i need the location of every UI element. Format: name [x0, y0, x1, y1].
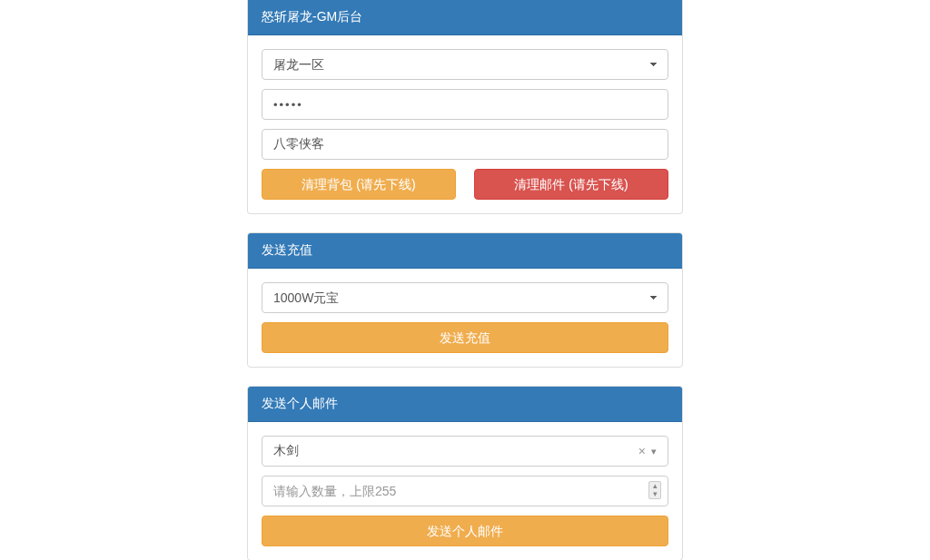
send-personal-mail-button[interactable]: 发送个人邮件 — [262, 516, 668, 546]
quantity-input[interactable] — [262, 476, 668, 506]
clear-bag-button[interactable]: 清理背包 (请先下线) — [262, 169, 456, 200]
chevron-down-icon: ▾ — [651, 446, 657, 457]
panel-personal-mail-body: 木剑 × ▾ ▴▾ 发送个人邮件 — [248, 422, 682, 560]
panel-gm-body: 屠龙一区 清理背包 (请先下线) 清理邮件 (请先下线) — [248, 35, 682, 213]
send-recharge-button[interactable]: 发送充值 — [262, 322, 668, 353]
item-select[interactable]: 木剑 × ▾ — [262, 436, 668, 467]
page-scroll[interactable]: 怒斩屠龙-GM后台 屠龙一区 清理背包 (请先下线) 清理邮件 (请先下线) 发… — [0, 0, 930, 560]
panel-personal-mail-title: 发送个人邮件 — [248, 387, 682, 422]
panel-gm: 怒斩屠龙-GM后台 屠龙一区 清理背包 (请先下线) 清理邮件 (请先下线) — [247, 0, 683, 214]
item-select-value: 木剑 — [273, 443, 638, 459]
item-select-actions: × ▾ — [638, 444, 657, 458]
panel-gm-title: 怒斩屠龙-GM后台 — [248, 0, 682, 35]
panel-recharge: 发送充值 1000W元宝 发送充值 — [247, 232, 683, 368]
clear-icon[interactable]: × — [638, 444, 646, 458]
recharge-amount-select[interactable]: 1000W元宝 — [262, 282, 668, 313]
username-field[interactable] — [262, 129, 668, 160]
panel-personal-mail: 发送个人邮件 木剑 × ▾ ▴▾ 发送个人邮件 — [247, 386, 683, 560]
password-field[interactable] — [262, 89, 668, 120]
panel-recharge-title: 发送充值 — [248, 233, 682, 269]
panel-recharge-body: 1000W元宝 发送充值 — [248, 269, 682, 367]
server-select[interactable]: 屠龙一区 — [262, 49, 668, 80]
clear-mail-button[interactable]: 清理邮件 (请先下线) — [474, 169, 668, 200]
